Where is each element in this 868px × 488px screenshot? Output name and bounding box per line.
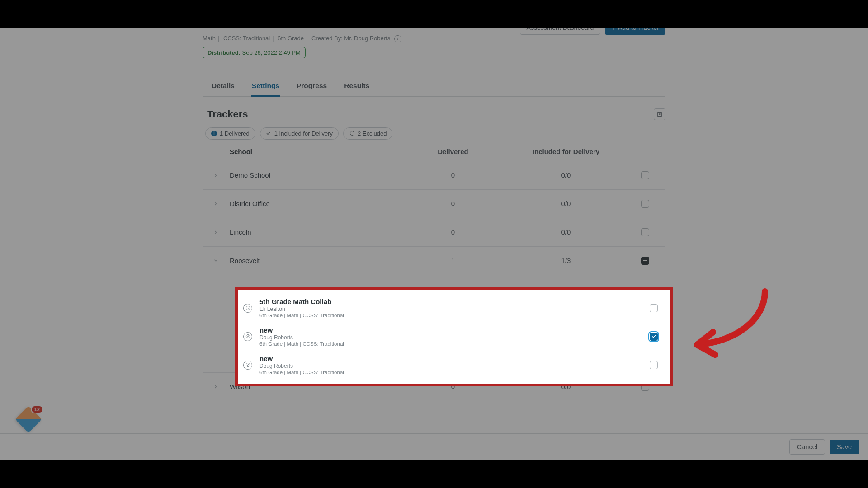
excluded-icon [349,131,355,136]
tracker-item[interactable]: new Doug Roberts 6th Grade | Math | CCSS… [243,322,663,351]
row-checkbox[interactable] [641,171,649,179]
table-row[interactable]: District Office 0 0/0 [203,189,665,218]
compass-icon [243,332,252,341]
tracker-title: new [259,326,632,334]
tracker-title: new [259,355,632,362]
clock-icon [243,304,252,313]
svg-marker-5 [247,336,249,338]
tab-settings[interactable]: Settings [251,77,280,97]
chevron-right-icon[interactable] [212,383,220,391]
notification-widget[interactable]: 12 [18,408,39,429]
svg-line-2 [351,132,354,135]
tracker-meta: 6th Grade | Math | CCSS: Traditional [259,370,632,375]
check-icon [266,131,272,136]
table-row[interactable]: Roosevelt 1 1/3 [203,246,665,275]
tracker-author: Eli Leafton [259,306,632,312]
chevron-right-icon[interactable] [212,228,220,236]
svg-point-4 [246,334,250,338]
highlighted-tracker-list: 5th Grade Math Collab Eli Leafton 6th Gr… [235,287,673,386]
tracker-author: Doug Roberts [259,363,632,369]
section-title: Trackers [203,108,248,120]
table-header: School Delivered Included for Delivery [203,140,665,161]
tracker-checkbox-checked[interactable] [650,333,658,341]
cancel-button[interactable]: Cancel [789,439,825,455]
letterbox-bottom [0,460,868,488]
row-checkbox-indeterminate[interactable] [641,257,649,265]
annotation-arrow-icon [675,282,774,359]
expand-all-button[interactable] [654,108,665,120]
tracker-item[interactable]: new Doug Roberts 6th Grade | Math | CCSS… [243,351,663,379]
tracker-checkbox[interactable] [650,361,658,369]
save-button[interactable]: Save [830,440,859,454]
svg-marker-7 [247,364,249,366]
distributed-badge: Distributed: Sep 26, 2022 2:49 PM [203,47,306,58]
tabs: Details Settings Progress Results [203,77,665,97]
tracker-meta: 6th Grade | Math | CCSS: Traditional [259,313,632,318]
notification-count: 12 [31,405,43,413]
filter-delivered[interactable]: i1 Delivered [205,127,255,140]
letterbox-top [0,0,868,28]
row-checkbox[interactable] [641,228,649,236]
info-dot-icon: i [211,131,217,136]
footer-bar: Cancel Save [0,433,868,460]
chevron-right-icon[interactable] [212,171,220,179]
tracker-meta: 6th Grade | Math | CCSS: Traditional [259,341,632,347]
table-row[interactable]: Lincoln 0 0/0 [203,218,665,246]
filter-included[interactable]: 1 Included for Delivery [260,127,339,140]
tracker-item[interactable]: 5th Grade Math Collab Eli Leafton 6th Gr… [243,294,663,322]
col-school: School [230,148,403,155]
col-delivered: Delivered [403,148,503,155]
col-included: Included for Delivery [503,148,629,155]
table-row[interactable]: Demo School 0 0/0 [203,161,665,189]
row-checkbox[interactable] [641,200,649,208]
chevron-right-icon[interactable] [212,200,220,208]
info-icon[interactable]: i [394,35,401,42]
tab-details[interactable]: Details [211,77,236,96]
filter-excluded[interactable]: 2 Excluded [343,127,392,140]
tab-progress[interactable]: Progress [296,77,328,96]
tab-results[interactable]: Results [343,77,370,96]
app-frame: Assessment Dashboard +Add to Tracker Mat… [0,28,868,460]
tracker-author: Doug Roberts [259,334,632,341]
chevron-down-icon[interactable] [212,257,220,265]
tracker-title: 5th Grade Math Collab [259,298,632,305]
compass-icon [243,361,252,370]
svg-point-6 [246,363,250,366]
tracker-checkbox[interactable] [650,304,658,312]
